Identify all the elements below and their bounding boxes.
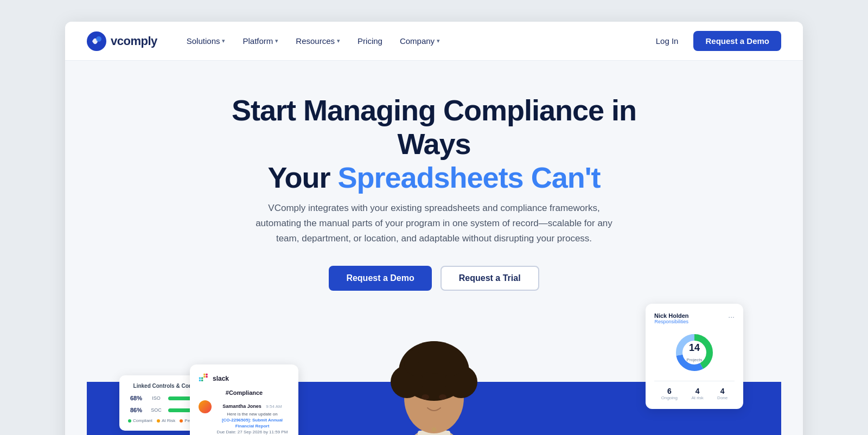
svg-point-18 — [418, 341, 450, 374]
chevron-down-icon: ▾ — [222, 37, 225, 44]
nav-resources[interactable]: Resources ▾ — [288, 32, 348, 50]
request-demo-hero-button[interactable]: Request a Demo — [329, 266, 431, 291]
svg-rect-8 — [206, 374, 207, 375]
svg-rect-9 — [206, 376, 207, 378]
atrisk-dot — [157, 419, 160, 423]
slack-app-name: slack — [213, 375, 229, 382]
projects-label: Projects — [687, 357, 703, 362]
nav-actions: Log In Request a Demo — [649, 31, 781, 51]
done-count: 4 — [717, 387, 727, 395]
nav-links: Solutions ▾ Platform ▾ Resources ▾ Prici… — [179, 32, 649, 50]
slack-task-link: [CO-2296505]: Submit Annual Financial Re… — [222, 418, 283, 428]
slack-header: slack — [199, 373, 290, 384]
request-demo-nav-button[interactable]: Request a Demo — [693, 31, 781, 51]
legend-compliant: Compliant — [128, 418, 152, 423]
slack-channel: #Compliance — [199, 389, 290, 396]
atrisk-count: 4 — [691, 387, 703, 395]
svg-point-21 — [439, 394, 446, 400]
logo[interactable]: vcomply — [87, 31, 157, 51]
svg-point-20 — [422, 394, 429, 400]
slack-time: 9:54 AM — [266, 404, 282, 409]
nick-subtitle: Responsibilities — [654, 319, 689, 324]
slack-icon — [199, 373, 209, 384]
chevron-down-icon: ▾ — [337, 37, 340, 44]
navbar: vcomply Solutions ▾ Platform ▾ Resources… — [65, 22, 803, 61]
projects-count: 14 — [687, 342, 703, 354]
nick-stat-done: 4 Done — [717, 387, 727, 400]
hero-subtext: VComply integrates with your existing sp… — [244, 201, 624, 246]
soc-pct: 86% — [128, 407, 144, 413]
logo-icon — [87, 31, 106, 51]
slack-text: Here is the new update on [CO-2296505]: … — [215, 411, 290, 435]
request-trial-button[interactable]: Request a Trial — [441, 266, 539, 291]
slack-msg-content: Samantha Jones 9:54 AM Here is the new u… — [215, 400, 290, 435]
ongoing-count: 6 — [661, 387, 678, 395]
svg-rect-3 — [199, 379, 201, 381]
donut-center: 14 Projects — [687, 342, 703, 363]
login-button[interactable]: Log In — [649, 32, 685, 50]
slack-sender: Samantha Jones — [222, 404, 261, 409]
slack-card: slack #Compliance Samantha Jones 9:54 AM… — [190, 364, 298, 435]
nick-stat-ongoing: 6 Ongoing — [661, 387, 678, 400]
svg-rect-4 — [201, 377, 203, 379]
hero-person-image — [331, 328, 537, 435]
pending-dot — [180, 419, 183, 423]
svg-rect-7 — [203, 376, 205, 378]
nav-platform[interactable]: Platform ▾ — [235, 32, 286, 50]
hero-bottom: Linked Controls & Compliance Status 68% … — [87, 317, 781, 435]
nav-pricing[interactable]: Pricing — [350, 32, 390, 50]
done-label: Done — [717, 395, 727, 400]
slack-avatar — [199, 400, 212, 413]
compliant-dot — [128, 419, 131, 423]
more-options-icon[interactable]: ··· — [728, 312, 735, 321]
chevron-down-icon: ▾ — [275, 37, 278, 44]
svg-rect-6 — [203, 374, 205, 375]
slack-message: Samantha Jones 9:54 AM Here is the new u… — [199, 400, 290, 435]
nick-header: Nick Holden Responsibilities ··· — [654, 312, 735, 330]
ongoing-label: Ongoing — [661, 395, 678, 400]
hero-cta-group: Request a Demo Request a Trial — [87, 266, 781, 291]
soc-label: SOC — [149, 407, 164, 413]
nick-name: Nick Holden — [654, 312, 689, 319]
hero-section: Start Managing Compliance in Ways Your S… — [65, 61, 803, 435]
svg-point-19 — [432, 427, 436, 432]
hero-heading: Start Managing Compliance in Ways Your S… — [212, 93, 656, 194]
svg-rect-5 — [201, 379, 203, 381]
nav-solutions[interactable]: Solutions ▾ — [179, 32, 233, 50]
donut-chart: 14 Projects — [673, 331, 716, 374]
svg-point-1 — [96, 36, 101, 42]
person-svg — [331, 328, 537, 435]
nick-holden-card: Nick Holden Responsibilities ··· — [646, 304, 743, 409]
svg-rect-2 — [199, 377, 201, 379]
legend-atrisk: At Risk — [157, 418, 175, 423]
nav-company[interactable]: Company ▾ — [392, 32, 448, 50]
atrisk-label: At risk — [691, 395, 703, 400]
logo-text: vcomply — [111, 34, 157, 48]
iso-pct: 68% — [128, 395, 144, 401]
iso-label: ISO — [149, 395, 164, 401]
chevron-down-icon: ▾ — [437, 37, 440, 44]
page-wrapper: vcomply Solutions ▾ Platform ▾ Resources… — [65, 22, 803, 435]
nick-stat-atrisk: 4 At risk — [691, 387, 703, 400]
nick-stats: 6 Ongoing 4 At risk 4 Done — [654, 381, 735, 400]
